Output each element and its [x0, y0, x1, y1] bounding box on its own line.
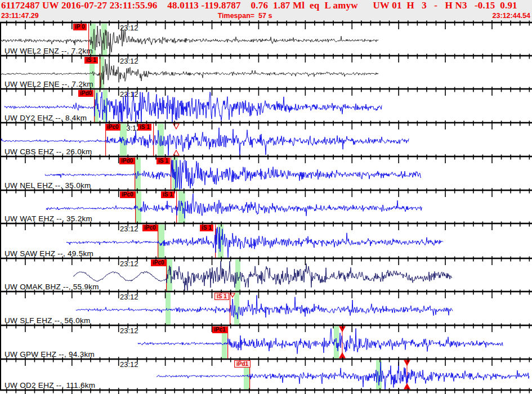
- pick-flag[interactable]: iS 1: [138, 124, 151, 131]
- pick-flag[interactable]: iPc0: [105, 124, 120, 131]
- pick-flag[interactable]: iPd0: [78, 90, 93, 97]
- station-label: UW WAT EHZ --, 35.2km: [5, 214, 92, 223]
- station-label: UW DY2 EHZ --, 8.4km: [5, 114, 87, 122]
- pick-flag[interactable]: iS 1: [214, 293, 229, 300]
- station-label: UW OMAK BHZ --, 55.9km: [5, 283, 99, 291]
- pick-flag[interactable]: iS 1: [84, 57, 98, 64]
- station-label: UW WEL2 ENE --, 7.2km: [5, 80, 93, 88]
- pick-flag[interactable]: iPd1: [234, 360, 251, 368]
- station-label: UW OD2 EHZ --, 111.6km: [5, 381, 95, 389]
- frame-left-border: [0, 23, 1, 390]
- pick-flag[interactable]: iS 1: [161, 191, 175, 198]
- pick-flag[interactable]: iPc0: [151, 259, 166, 266]
- station-label: UW SLF EHZ --, 56.0km: [5, 316, 91, 325]
- pick-flag[interactable]: iPc0: [120, 191, 135, 198]
- station-label: UW SAW EHZ --, 49.5km: [5, 249, 93, 258]
- station-label: UW GPW EHZ --, 94.3km: [5, 350, 95, 359]
- station-label: UW NEL EHZ --, 35.0km: [5, 181, 91, 190]
- pick-flag[interactable]: iPd0: [119, 158, 135, 164]
- time-axis: [0, 0, 532, 394]
- pick-flag[interactable]: iPc0: [142, 225, 158, 231]
- pick-flag[interactable]: iS 1: [157, 158, 170, 164]
- pick-flag[interactable]: iP 0: [73, 24, 87, 30]
- station-label: UW CBS EHZ --, 26.0km: [5, 147, 92, 156]
- station-label: UW WEL2 ENZ --, 7.2km: [5, 47, 93, 55]
- pick-flag[interactable]: iPc1: [212, 326, 227, 333]
- pick-flag[interactable]: iS 1: [200, 225, 213, 231]
- waveform-viewer-window: 61172487 UW 2016-07-27 23:11:55.96 48.01…: [0, 0, 532, 394]
